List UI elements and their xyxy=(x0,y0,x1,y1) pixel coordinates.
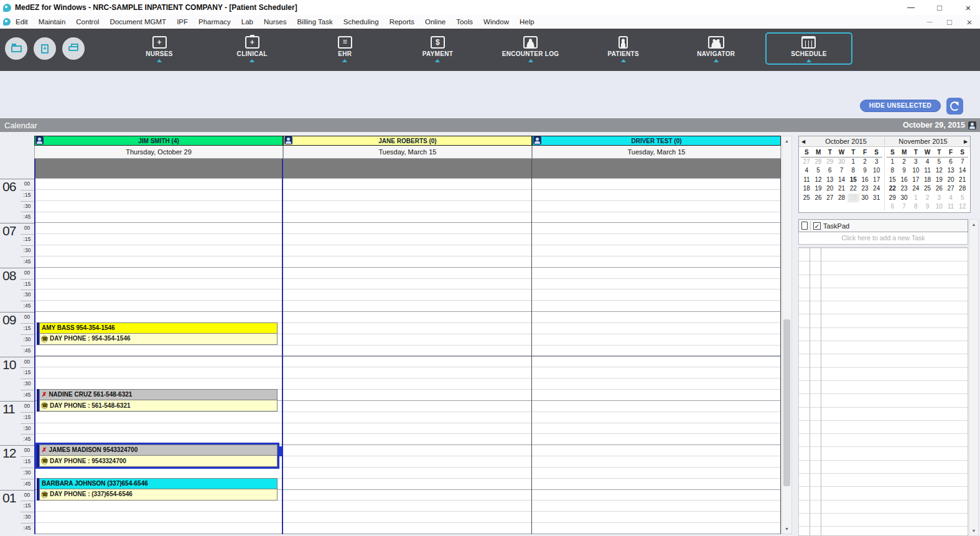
appointment[interactable]: BARBARA JOHNSON (337)654-6546DAY PHONE :… xyxy=(37,478,278,501)
menu-ipf[interactable]: IPF xyxy=(177,18,188,26)
mini-day[interactable]: 27 xyxy=(945,184,957,193)
maximize-button[interactable] xyxy=(934,3,945,12)
toolbar-button-navigator[interactable]: NAVIGATOR xyxy=(673,32,760,65)
mini-day[interactable]: 9 xyxy=(922,202,933,211)
toolbar-button-schedule[interactable]: SCHEDULE xyxy=(765,32,852,65)
mini-day[interactable]: 11 xyxy=(945,202,957,211)
mini-day[interactable]: 8 xyxy=(847,166,859,175)
mini-day[interactable]: 2 xyxy=(898,158,910,166)
close-button[interactable] xyxy=(963,2,974,13)
mini-day[interactable]: 29 xyxy=(824,158,836,166)
mini-day[interactable]: 16 xyxy=(859,176,871,184)
mini-day[interactable]: 12 xyxy=(813,176,824,184)
refresh-button[interactable] xyxy=(946,98,963,115)
mini-day[interactable]: 2 xyxy=(922,194,933,202)
mini-day[interactable]: 15 xyxy=(847,176,859,184)
mini-day[interactable]: 5 xyxy=(933,158,945,166)
mini-day[interactable]: 6 xyxy=(887,202,898,211)
allday-band[interactable] xyxy=(532,159,780,178)
menu-reports[interactable]: Reports xyxy=(390,18,414,26)
mini-day[interactable]: 19 xyxy=(813,184,824,193)
next-month-icon[interactable] xyxy=(961,136,970,147)
mini-day[interactable]: 1 xyxy=(847,158,859,166)
mini-day[interactable]: 30 xyxy=(836,158,847,166)
mini-day[interactable]: 27 xyxy=(801,158,813,166)
mini-day[interactable]: 26 xyxy=(933,184,945,193)
taskpad-header[interactable]: TaskPad xyxy=(798,219,968,232)
mini-day[interactable]: 20 xyxy=(824,184,836,193)
allday-band[interactable] xyxy=(35,159,282,178)
menu-billing-task[interactable]: Billing Task xyxy=(297,18,332,26)
mini-day[interactable]: 17 xyxy=(910,176,922,184)
child-minimize-button[interactable] xyxy=(924,19,935,25)
mini-day[interactable]: 28 xyxy=(813,158,824,166)
mini-day[interactable]: 24 xyxy=(870,184,882,193)
column-grid[interactable] xyxy=(283,178,531,534)
menu-maintain[interactable]: Maintain xyxy=(39,18,65,26)
mini-day[interactable]: 3 xyxy=(933,194,945,202)
column-header[interactable]: DRIVER TEST (0) xyxy=(532,136,781,146)
toolbar-button-patients[interactable]: PATIENTS xyxy=(580,32,667,65)
column-header[interactable]: JANE ROBERTS (0) xyxy=(283,136,532,146)
toolbar-button-ehr[interactable]: EHR xyxy=(301,32,388,65)
print-button[interactable] xyxy=(62,37,85,60)
add-task-input[interactable]: Click here to add a new Task xyxy=(798,232,968,245)
taskpad-scrollbar[interactable] xyxy=(969,219,979,536)
new-task-icon[interactable] xyxy=(801,222,808,230)
menu-nurses[interactable]: Nurses xyxy=(264,18,286,26)
mini-day[interactable]: 14 xyxy=(956,166,968,175)
selection-handle[interactable] xyxy=(278,446,283,456)
mini-day[interactable]: 13 xyxy=(945,166,957,175)
column-grid[interactable]: AMY BASS 954-354-1546DAY PHONE : 954-354… xyxy=(35,178,282,534)
mini-day[interactable]: 23 xyxy=(859,184,871,193)
mini-day[interactable]: 4 xyxy=(945,194,957,202)
menu-scheduling[interactable]: Scheduling xyxy=(343,18,379,26)
mini-day[interactable]: 5 xyxy=(813,166,824,175)
appointment[interactable]: NADINE CRUZ 561-548-6321DAY PHONE : 561-… xyxy=(37,389,278,411)
mini-day[interactable]: 9 xyxy=(898,166,910,175)
taskpad-scroll-down-icon[interactable] xyxy=(969,526,978,535)
mini-day[interactable]: 5 xyxy=(956,194,968,202)
menu-control[interactable]: Control xyxy=(76,18,99,26)
taskpad-list[interactable] xyxy=(798,247,968,536)
appointment[interactable]: JAMES MADISON 9543324700DAY PHONE : 9543… xyxy=(37,444,278,467)
taskpad-checkbox[interactable] xyxy=(813,222,821,230)
mini-day[interactable]: 22 xyxy=(847,184,859,193)
mini-day[interactable]: 8 xyxy=(887,166,898,175)
mini-day[interactable]: 7 xyxy=(836,166,847,175)
toolbar-button-payment[interactable]: PAYMENT xyxy=(394,32,481,65)
mini-day[interactable]: 7 xyxy=(898,202,910,211)
mini-day[interactable]: 10 xyxy=(910,166,922,175)
hide-unselected-button[interactable]: HIDE UNSELECTED xyxy=(860,100,941,112)
open-folder-button[interactable] xyxy=(5,37,27,60)
mini-day[interactable]: 12 xyxy=(956,202,968,211)
new-document-button[interactable] xyxy=(34,37,56,60)
toolbar-button-clinical[interactable]: CLINICAL xyxy=(208,32,296,65)
mini-day[interactable]: 24 xyxy=(910,184,922,193)
column-header[interactable]: JIM SMITH (4) xyxy=(34,136,283,146)
mini-day[interactable]: 10 xyxy=(933,202,945,211)
mini-day[interactable]: 1 xyxy=(887,158,898,166)
calendar-scrollbar[interactable] xyxy=(782,136,792,534)
mini-day[interactable]: 28 xyxy=(956,184,968,193)
mini-day[interactable]: 6 xyxy=(945,158,957,166)
mini-day[interactable]: 4 xyxy=(922,158,933,166)
mini-day[interactable]: 3 xyxy=(870,158,882,166)
mini-day[interactable]: 29 xyxy=(847,194,859,202)
mini-day[interactable]: 18 xyxy=(801,184,813,193)
mini-day[interactable]: 12 xyxy=(933,166,945,175)
minimize-button[interactable] xyxy=(905,3,917,12)
column-grid[interactable] xyxy=(532,178,780,534)
mini-day[interactable]: 7 xyxy=(956,158,968,166)
mini-day[interactable]: 27 xyxy=(824,194,836,202)
mini-day[interactable]: 14 xyxy=(836,176,847,184)
mini-day[interactable]: 4 xyxy=(801,166,813,175)
menu-edit[interactable]: Edit xyxy=(16,18,28,26)
taskpad-scroll-up-icon[interactable] xyxy=(969,220,978,229)
toolbar-button-encounter-log[interactable]: ENCOUNTER LOG xyxy=(487,32,574,65)
mini-day[interactable]: 23 xyxy=(898,184,910,193)
mini-day[interactable]: 21 xyxy=(956,176,968,184)
mini-day[interactable]: 17 xyxy=(870,176,882,184)
mini-day[interactable]: 18 xyxy=(922,176,933,184)
mini-day[interactable]: 2 xyxy=(859,158,871,166)
